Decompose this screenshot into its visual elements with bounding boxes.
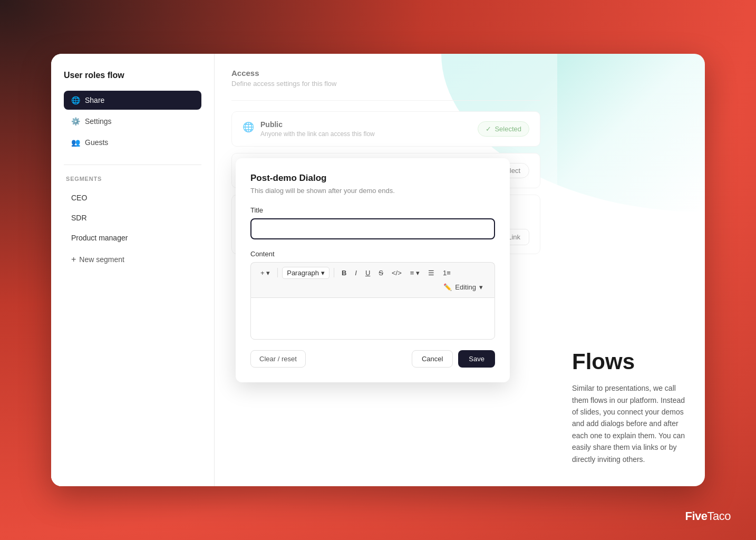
underline-label: U: [365, 269, 370, 277]
main-card: User roles flow 🌐 Share ⚙️ Settings 👥 Gu…: [51, 54, 705, 486]
segment-sdr[interactable]: SDR: [64, 208, 201, 227]
brand-bold: Five: [685, 509, 707, 523]
editing-button[interactable]: ✏️ Editing ▾: [438, 281, 488, 293]
dialog-overlay: Post-demo Dialog This dialog will be sho…: [215, 54, 557, 486]
list-ul-button[interactable]: ☰: [425, 267, 438, 279]
bold-label: B: [342, 269, 346, 277]
list-ol-icon: 1≡: [443, 269, 451, 277]
editing-chevron: ▾: [479, 283, 483, 291]
marketing-panel: Flows Similar to presentations, we call …: [557, 54, 705, 486]
pencil-icon: ✏️: [443, 283, 452, 291]
add-button[interactable]: + ▾: [257, 267, 273, 279]
save-button[interactable]: Save: [458, 350, 495, 368]
sidebar-item-share-label: Share: [85, 96, 104, 104]
dialog-title: Post-demo Dialog: [250, 173, 495, 184]
code-label: </>: [392, 269, 402, 277]
new-segment-button[interactable]: + New segment: [64, 249, 201, 269]
footer-right: Cancel Save: [412, 350, 495, 368]
segments-label: SEGMENTS: [64, 176, 201, 182]
sidebar: User roles flow 🌐 Share ⚙️ Settings 👥 Gu…: [51, 54, 215, 486]
sidebar-item-share[interactable]: 🌐 Share: [64, 91, 201, 110]
editing-label: Editing: [455, 283, 476, 291]
add-label: + ▾: [260, 269, 270, 277]
toolbar-sep-1: [277, 268, 278, 277]
sidebar-title: User roles flow: [64, 71, 201, 80]
align-label: ≡ ▾: [410, 269, 420, 277]
align-button[interactable]: ≡ ▾: [407, 267, 423, 279]
italic-label: I: [355, 269, 357, 277]
marketing-text: Similar to presentations, we call them f…: [572, 382, 690, 465]
list-ol-button[interactable]: 1≡: [440, 267, 454, 279]
code-button[interactable]: </>: [389, 267, 405, 279]
sidebar-nav: 🌐 Share ⚙️ Settings 👥 Guests: [64, 91, 201, 152]
segment-ceo[interactable]: CEO: [64, 188, 201, 207]
brand-logo: FiveTaco: [685, 509, 731, 523]
editor-toolbar: + ▾ Paragraph ▾ B I U: [250, 262, 495, 297]
marketing-heading: Flows: [572, 350, 690, 374]
new-segment-label: New segment: [79, 255, 124, 264]
globe-icon: 🌐: [71, 96, 80, 104]
brand-light: Taco: [707, 509, 731, 523]
clear-reset-button[interactable]: Clear / reset: [250, 350, 306, 368]
sidebar-item-settings[interactable]: ⚙️ Settings: [64, 112, 201, 131]
underline-button[interactable]: U: [362, 267, 373, 279]
gear-icon: ⚙️: [71, 117, 80, 126]
list-ul-icon: ☰: [428, 269, 434, 277]
segment-product-manager[interactable]: Product manager: [64, 228, 201, 247]
dialog-subtitle: This dialog will be shown after your dem…: [250, 187, 495, 195]
paragraph-select[interactable]: Paragraph ▾: [282, 267, 329, 279]
dialog-box: Post-demo Dialog This dialog will be sho…: [236, 158, 510, 382]
paragraph-chevron: ▾: [321, 269, 325, 277]
title-input[interactable]: [250, 218, 495, 239]
bold-button[interactable]: B: [338, 267, 350, 279]
strikethrough-label: S: [379, 269, 383, 277]
content-label: Content: [250, 250, 495, 258]
sidebar-item-guests[interactable]: 👥 Guests: [64, 133, 201, 152]
users-icon: 👥: [71, 138, 80, 147]
plus-icon: +: [71, 255, 76, 264]
dialog-footer: Clear / reset Cancel Save: [250, 350, 495, 368]
sidebar-divider: [64, 165, 201, 165]
cancel-button[interactable]: Cancel: [412, 350, 453, 368]
editor-body[interactable]: [250, 297, 495, 340]
strikethrough-button[interactable]: S: [375, 267, 386, 279]
paragraph-label: Paragraph: [287, 269, 319, 277]
toolbar-sep-2: [334, 268, 334, 277]
sidebar-item-guests-label: Guests: [85, 138, 108, 147]
italic-button[interactable]: I: [352, 267, 360, 279]
main-content: Access Define access settings for this f…: [215, 54, 557, 486]
sidebar-item-settings-label: Settings: [85, 117, 112, 126]
title-field-label: Title: [250, 206, 495, 214]
sidebar-fade: [51, 455, 214, 486]
